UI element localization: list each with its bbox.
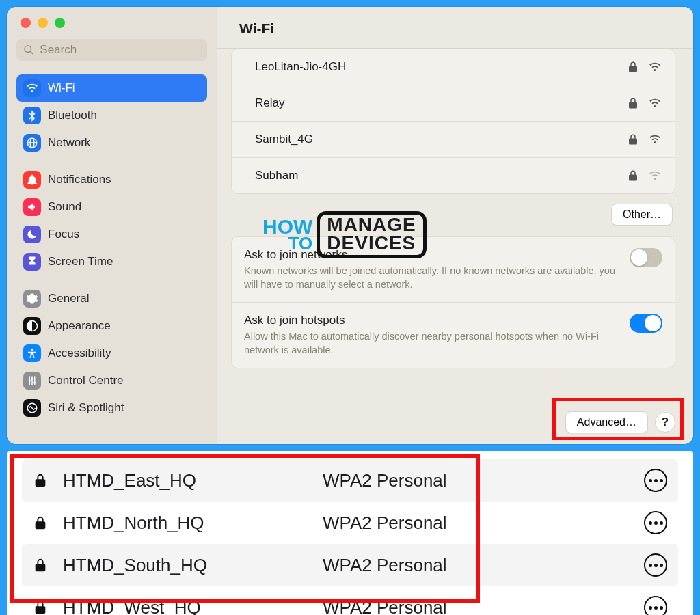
lock-icon xyxy=(33,558,48,573)
ask-to-join-networks-row: Ask to join networks Known networks will… xyxy=(232,237,675,303)
access-icon xyxy=(23,344,41,362)
sidebar-item-control-centre[interactable]: Control Centre xyxy=(16,367,207,394)
sidebar-item-sound[interactable]: Sound xyxy=(16,193,207,221)
more-options-button[interactable] xyxy=(644,511,667,534)
ask-networks-toggle[interactable] xyxy=(630,248,662,267)
search-icon xyxy=(23,44,34,56)
more-options-button[interactable] xyxy=(644,554,667,577)
known-network-name: HTMD_West_HQ xyxy=(63,597,323,616)
search-field[interactable] xyxy=(16,39,207,61)
ask-networks-title: Ask to join networks xyxy=(244,248,617,262)
control-icon xyxy=(23,372,41,390)
main-panel: Wi-Fi LeoLitan-Jio-4GHRelaySambit_4GSubh… xyxy=(217,7,693,444)
ask-hotspots-desc: Allow this Mac to automatically discover… xyxy=(244,330,617,357)
other-network-button[interactable]: Other… xyxy=(611,204,673,226)
known-network-security: WPA2 Personal xyxy=(323,555,644,576)
wifi-signal-icon xyxy=(649,61,661,73)
close-window-button[interactable] xyxy=(21,18,31,28)
known-network-name: HTMD_South_HQ xyxy=(63,555,323,576)
lock-icon xyxy=(627,133,639,146)
sidebar-item-screen-time[interactable]: Screen Time xyxy=(16,248,207,275)
network-row[interactable]: Sambit_4G xyxy=(232,122,675,158)
known-network-row[interactable]: HTMD_North_HQWPA2 Personal xyxy=(22,502,678,544)
other-networks-list: LeoLitan-Jio-4GHRelaySambit_4GSubham xyxy=(231,49,675,194)
appear-icon xyxy=(23,317,41,335)
wifi-signal-icon xyxy=(649,97,661,109)
sound-icon xyxy=(23,198,41,216)
sidebar-item-focus[interactable]: Focus xyxy=(16,221,207,248)
minimize-window-button[interactable] xyxy=(38,18,48,28)
sidebar-item-label: General xyxy=(48,292,89,305)
sidebar-item-label: Bluetooth xyxy=(48,109,97,122)
sidebar-item-label: Control Centre xyxy=(48,374,124,387)
page-title: Wi-Fi xyxy=(217,7,693,49)
sidebar-item-appearance[interactable]: Appearance xyxy=(16,312,207,340)
ask-networks-desc: Known networks will be joined automatica… xyxy=(244,264,617,291)
known-network-name: HTMD_East_HQ xyxy=(63,470,323,491)
wifi-signal-icon xyxy=(649,133,661,146)
known-network-name: HTMD_North_HQ xyxy=(63,512,323,534)
known-networks-panel: HTMD_East_HQWPA2 PersonalHTMD_North_HQWP… xyxy=(7,451,693,615)
lock-icon xyxy=(33,515,48,530)
wifi-options: Ask to join networks Known networks will… xyxy=(231,236,675,368)
sidebar-item-network[interactable]: Network xyxy=(16,129,207,156)
network-row[interactable]: LeoLitan-Jio-4GH xyxy=(232,49,675,85)
ask-to-join-hotspots-row: Ask to join hotspots Allow this Mac to a… xyxy=(232,303,675,368)
gear-icon xyxy=(23,290,41,308)
ask-hotspots-toggle[interactable] xyxy=(630,314,662,333)
known-network-row[interactable]: HTMD_South_HQWPA2 Personal xyxy=(22,544,678,586)
sidebar-item-general[interactable]: General xyxy=(16,285,207,312)
sidebar-item-label: Network xyxy=(48,136,90,150)
ask-hotspots-title: Ask to join hotspots xyxy=(244,314,617,327)
lock-icon xyxy=(33,600,48,615)
wifi-icon xyxy=(23,79,41,97)
search-input[interactable] xyxy=(40,43,200,57)
more-options-button[interactable] xyxy=(644,469,667,492)
bluetooth-icon xyxy=(23,107,41,124)
network-name: LeoLitan-Jio-4GH xyxy=(255,60,617,74)
known-network-security: WPA2 Personal xyxy=(323,512,644,534)
zoom-window-button[interactable] xyxy=(55,18,65,28)
wifi-signal-icon xyxy=(649,169,661,182)
sidebar-item-label: Notifications xyxy=(48,173,111,187)
network-name: Sambit_4G xyxy=(255,133,617,146)
sidebar-item-label: Appearance xyxy=(48,319,111,333)
network-name: Relay xyxy=(255,96,617,110)
sidebar-item-notifications[interactable]: Notifications xyxy=(16,166,207,193)
known-network-row[interactable]: HTMD_West_HQWPA2 Personal xyxy=(22,586,678,615)
sidebar-item-label: Screen Time xyxy=(48,255,113,269)
lock-icon xyxy=(627,97,639,109)
sidebar-item-accessibility[interactable]: Accessibility xyxy=(16,340,207,367)
network-name: Subham xyxy=(255,169,617,182)
known-network-row[interactable]: HTMD_East_HQWPA2 Personal xyxy=(22,459,678,502)
sidebar-item-bluetooth[interactable]: Bluetooth xyxy=(16,102,207,129)
more-options-button[interactable] xyxy=(644,596,667,615)
bell-icon xyxy=(23,171,41,189)
sidebar-item-siri-spotlight[interactable]: Siri & Spotlight xyxy=(16,394,207,422)
lock-icon xyxy=(33,473,48,488)
globe-icon xyxy=(23,134,41,152)
known-network-security: WPA2 Personal xyxy=(323,597,644,616)
network-row[interactable]: Relay xyxy=(232,85,675,122)
sidebar: Wi-FiBluetoothNetworkNotificationsSoundF… xyxy=(7,7,217,444)
known-network-security: WPA2 Personal xyxy=(323,470,644,491)
network-row[interactable]: Subham xyxy=(232,158,675,193)
sidebar-item-label: Focus xyxy=(48,228,79,241)
lock-icon xyxy=(627,169,639,182)
window-controls xyxy=(7,7,217,33)
sidebar-item-label: Sound xyxy=(48,200,81,214)
help-button[interactable]: ? xyxy=(655,412,675,433)
system-settings-window: Wi-FiBluetoothNetworkNotificationsSoundF… xyxy=(7,7,693,444)
lock-icon xyxy=(627,61,639,73)
hour-icon xyxy=(23,253,41,271)
sidebar-item-label: Siri & Spotlight xyxy=(48,401,124,415)
sidebar-item-label: Accessibility xyxy=(48,346,111,360)
siri-icon xyxy=(23,399,41,417)
moon-icon xyxy=(23,226,41,243)
sidebar-item-label: Wi-Fi xyxy=(48,81,75,95)
advanced-button[interactable]: Advanced… xyxy=(565,411,648,433)
sidebar-item-wi-fi[interactable]: Wi-Fi xyxy=(16,74,207,102)
